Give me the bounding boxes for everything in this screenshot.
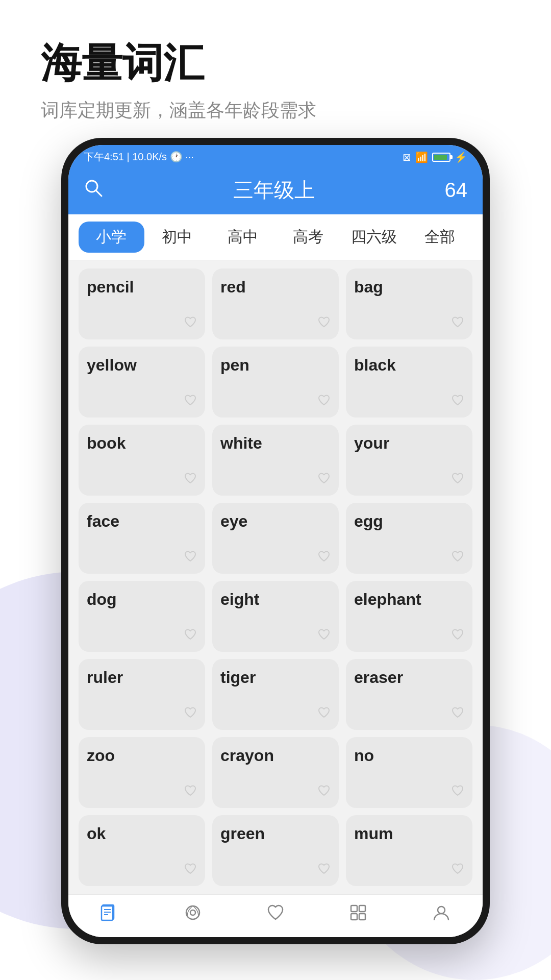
word-text: zoo [87, 746, 115, 765]
word-text: ok [87, 824, 106, 843]
svg-rect-11 [351, 914, 357, 920]
charging-icon: ⚡ [455, 151, 467, 163]
word-text: book [87, 434, 126, 453]
listen-icon [183, 903, 203, 927]
app-title: 三年级上 [233, 176, 315, 204]
favorite-icon[interactable] [451, 315, 464, 332]
favorite-icon[interactable] [317, 472, 331, 488]
favorite-icon[interactable] [184, 315, 197, 332]
favorite-icon[interactable] [184, 472, 197, 488]
word-text: no [354, 746, 374, 765]
nav-favorites[interactable] [266, 903, 285, 927]
word-card[interactable]: pencil [79, 268, 205, 339]
word-text: red [220, 278, 246, 297]
favorite-icon[interactable] [451, 628, 464, 645]
search-button[interactable] [84, 178, 103, 202]
status-bar: 下午4:51 | 10.0K/s 🕐 ··· ⊠ 📶 ⚡ [68, 145, 483, 169]
favorite-icon[interactable] [317, 862, 331, 879]
status-icons: ⊠ 📶 ⚡ [403, 151, 467, 163]
word-card[interactable]: eraser [346, 659, 472, 730]
tab-cet[interactable]: 四六级 [341, 222, 407, 253]
nav-vocab[interactable] [100, 903, 119, 927]
word-text: black [354, 356, 396, 375]
tab-elementary[interactable]: 小学 [79, 222, 144, 253]
svg-rect-12 [359, 914, 365, 920]
tab-all[interactable]: 全部 [407, 222, 472, 253]
tab-gaokao[interactable]: 高考 [276, 222, 341, 253]
word-text: bag [354, 278, 383, 297]
page-subtitle: 词库定期更新，涵盖各年龄段需求 [41, 98, 510, 123]
svg-rect-9 [351, 905, 357, 912]
wifi-icon: 📶 [415, 151, 428, 163]
favorite-icon[interactable] [317, 315, 331, 332]
favorite-icon[interactable] [184, 550, 197, 567]
word-card[interactable]: face [79, 503, 205, 574]
tab-middle[interactable]: 初中 [144, 222, 210, 253]
favorite-icon[interactable] [184, 784, 197, 801]
word-card[interactable]: elephant [346, 581, 472, 652]
nav-listen[interactable] [183, 903, 203, 927]
word-card[interactable]: book [79, 425, 205, 496]
word-text: white [220, 434, 262, 453]
word-card[interactable]: ruler [79, 659, 205, 730]
svg-point-7 [186, 906, 199, 919]
word-text: tiger [220, 668, 256, 687]
expand-icon [348, 903, 368, 927]
word-card[interactable]: black [346, 347, 472, 418]
favorite-icon[interactable] [317, 706, 331, 723]
word-text: crayon [220, 746, 274, 765]
word-card[interactable]: white [212, 425, 339, 496]
favorite-icon[interactable] [317, 394, 331, 410]
category-tabs: 小学 初中 高中 高考 四六级 全部 [68, 214, 483, 260]
word-card[interactable]: dog [79, 581, 205, 652]
word-card[interactable]: red [212, 268, 339, 339]
phone-screen: 下午4:51 | 10.0K/s 🕐 ··· ⊠ 📶 ⚡ 三年级上 [68, 145, 483, 937]
word-text: eye [220, 512, 247, 531]
svg-rect-3 [102, 906, 113, 920]
word-card[interactable]: pen [212, 347, 339, 418]
word-card[interactable]: mum [346, 815, 472, 886]
word-card[interactable]: green [212, 815, 339, 886]
favorite-icon[interactable] [451, 550, 464, 567]
page-header: 海量词汇 词库定期更新，涵盖各年龄段需求 [0, 0, 551, 133]
nav-expand[interactable] [348, 903, 368, 927]
word-card[interactable]: tiger [212, 659, 339, 730]
favorite-icon[interactable] [184, 862, 197, 879]
word-card[interactable]: eight [212, 581, 339, 652]
favorite-icon[interactable] [184, 628, 197, 645]
favorite-icon[interactable] [184, 706, 197, 723]
word-card[interactable]: ok [79, 815, 205, 886]
favorite-icon[interactable] [184, 394, 197, 410]
word-card[interactable]: yellow [79, 347, 205, 418]
word-card[interactable]: no [346, 737, 472, 808]
word-text: mum [354, 824, 393, 843]
favorite-icon[interactable] [451, 784, 464, 801]
favorite-icon[interactable] [317, 784, 331, 801]
svg-line-1 [96, 190, 102, 196]
nav-profile[interactable] [432, 903, 451, 927]
word-text: pencil [87, 278, 134, 297]
tab-high[interactable]: 高中 [210, 222, 276, 253]
word-card[interactable]: egg [346, 503, 472, 574]
word-text: elephant [354, 590, 421, 609]
phone-frame: 下午4:51 | 10.0K/s 🕐 ··· ⊠ 📶 ⚡ 三年级上 [61, 138, 490, 944]
favorite-icon[interactable] [451, 472, 464, 488]
favorite-icon[interactable] [451, 862, 464, 879]
word-text: pen [220, 356, 249, 375]
word-text: green [220, 824, 265, 843]
word-grid: pencil red bag yellow pen black book whi… [68, 260, 483, 894]
heart-icon [266, 903, 285, 927]
word-card[interactable]: bag [346, 268, 472, 339]
favorite-icon[interactable] [317, 550, 331, 567]
word-text: face [87, 512, 119, 531]
sim-icon: ⊠ [403, 151, 411, 163]
word-card[interactable]: crayon [212, 737, 339, 808]
word-card[interactable]: zoo [79, 737, 205, 808]
favorite-icon[interactable] [451, 706, 464, 723]
battery-icon [432, 153, 450, 162]
word-text: yellow [87, 356, 137, 375]
word-card[interactable]: your [346, 425, 472, 496]
word-card[interactable]: eye [212, 503, 339, 574]
favorite-icon[interactable] [451, 394, 464, 410]
favorite-icon[interactable] [317, 628, 331, 645]
